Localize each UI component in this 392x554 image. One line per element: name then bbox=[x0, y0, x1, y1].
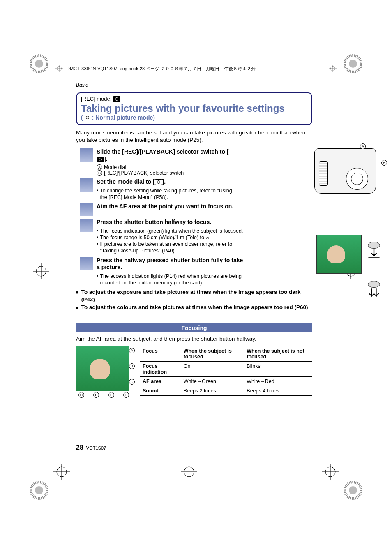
focus-row-label: AF area bbox=[140, 376, 181, 386]
print-rosette bbox=[29, 53, 49, 74]
svg-point-3 bbox=[349, 60, 357, 68]
step-5-bullet: The access indication lights (P14) red w… bbox=[100, 273, 244, 286]
svg-point-5 bbox=[35, 486, 43, 494]
focus-label-b: B bbox=[129, 363, 135, 369]
print-rosette bbox=[343, 53, 363, 74]
focus-cell: White→Green bbox=[181, 376, 244, 386]
focus-row-label: Sound bbox=[140, 386, 181, 395]
focus-row-label: Focus indication bbox=[140, 361, 181, 376]
step-marker bbox=[80, 219, 93, 232]
focus-label-a: A bbox=[129, 348, 135, 353]
step-1: Slide the [REC]/[PLAYBACK] selector swit… bbox=[76, 148, 312, 176]
svg-point-31 bbox=[368, 281, 380, 288]
step-2: Set the mode dial to []. To change the s… bbox=[76, 178, 312, 201]
focus-label-c: C bbox=[129, 379, 135, 385]
step-2-title: Set the mode dial to []. bbox=[97, 178, 166, 185]
full-press-icon bbox=[364, 280, 384, 300]
label-a-icon: A bbox=[97, 164, 102, 170]
focus-cell: Beeps 4 times bbox=[244, 386, 312, 395]
page-subtitle: ( : Normal picture mode) bbox=[81, 114, 307, 121]
focus-label-f: F bbox=[108, 392, 114, 398]
step-4-bullet: The focus range is 50 cm (Wide)/1 m (Tel… bbox=[100, 234, 210, 241]
camera-diagram: A B bbox=[314, 148, 382, 194]
step-4-bullet: The focus indication (green) lights when… bbox=[100, 228, 243, 234]
step-1-title: Slide the [REC]/[PLAYBACK] selector swit… bbox=[97, 148, 229, 162]
page-footer: 28 VQT1S07 bbox=[76, 444, 106, 451]
focus-table: Focus When the subject is focused When t… bbox=[140, 346, 312, 396]
print-rosette bbox=[343, 480, 363, 501]
focus-cell: On bbox=[181, 361, 244, 376]
note-2: To adjust the colours and take pictures … bbox=[81, 304, 308, 311]
registration-mark-icon bbox=[33, 263, 49, 279]
camera-icon bbox=[97, 157, 104, 162]
focusing-heading: Focusing bbox=[76, 323, 312, 332]
camera-icon bbox=[113, 96, 120, 102]
focus-th-3: When the subject is not focused bbox=[244, 346, 312, 361]
focus-label-e: E bbox=[93, 392, 99, 398]
label-a-text: Mode dial bbox=[104, 164, 126, 170]
camera-icon bbox=[155, 179, 162, 185]
page-number: 28 bbox=[76, 444, 83, 451]
title-box: [REC] mode: Taking pictures with your fa… bbox=[76, 92, 312, 125]
step-4-title: Press the shutter button halfway to focu… bbox=[97, 219, 211, 225]
step-2-bullet: To change the setting while taking pictu… bbox=[100, 187, 232, 201]
sample-photo bbox=[316, 235, 362, 274]
notes: To adjust the exposure and take pictures… bbox=[76, 289, 312, 311]
diagram-label-a: A bbox=[360, 143, 366, 149]
label-b-text: [REC]/[PLAYBACK] selector switch bbox=[104, 170, 184, 176]
svg-point-29 bbox=[368, 242, 380, 249]
step-4: Press the shutter button halfway to focu… bbox=[76, 219, 312, 254]
section-label: Basic bbox=[76, 82, 312, 89]
registration-mark-icon bbox=[327, 65, 339, 72]
rec-mode-label: [REC] mode: bbox=[81, 96, 111, 102]
registration-mark-icon bbox=[53, 464, 70, 480]
step-5: Press the halfway pressed shutter button… bbox=[76, 257, 312, 286]
step-5-title: Press the halfway pressed shutter button… bbox=[97, 257, 243, 271]
label-b-icon: B bbox=[97, 170, 102, 176]
intro-paragraph: Many more menu items can be set and you … bbox=[76, 129, 312, 143]
step-marker bbox=[80, 178, 93, 192]
focus-th-1: Focus bbox=[140, 346, 181, 361]
step-3-title: Aim the AF area at the point you want to… bbox=[97, 203, 233, 210]
focus-cell: Blinks bbox=[244, 361, 312, 376]
focus-cell: White→Red bbox=[244, 376, 312, 386]
focus-label-g: G bbox=[123, 392, 129, 398]
focusing-intro: Aim the AF area at the subject, and then… bbox=[76, 336, 312, 342]
svg-point-1 bbox=[35, 60, 43, 68]
step-marker bbox=[80, 203, 93, 216]
registration-mark-icon bbox=[53, 65, 65, 72]
camera-icon bbox=[84, 115, 91, 120]
half-press-icon bbox=[364, 241, 384, 261]
page-title: Taking pictures with your favourite sett… bbox=[81, 103, 307, 114]
focus-cell: Beeps 2 times bbox=[181, 386, 244, 395]
note-1: To adjust the exposure and take pictures… bbox=[81, 289, 312, 303]
step-4-bullet: If pictures are to be taken at an even c… bbox=[100, 241, 244, 254]
registration-mark-icon bbox=[322, 464, 339, 480]
step-3: Aim the AF area at the point you want to… bbox=[76, 203, 312, 216]
diagram-label-b: B bbox=[381, 160, 387, 166]
running-header: DMC-FX38GN-VQT1S07_eng.book 28 ページ ２００８年… bbox=[53, 65, 339, 72]
registration-mark-icon bbox=[181, 464, 197, 480]
running-header-text: DMC-FX38GN-VQT1S07_eng.book 28 ページ ２００８年… bbox=[65, 66, 257, 72]
focus-th-2: When the subject is focused bbox=[181, 346, 244, 361]
step-marker bbox=[80, 148, 93, 162]
doc-code: VQT1S07 bbox=[86, 446, 106, 450]
step-marker bbox=[80, 257, 93, 270]
focus-label-d: D bbox=[78, 392, 84, 398]
focus-sample-photo: A B C D E F G bbox=[76, 346, 131, 398]
print-rosette bbox=[29, 480, 49, 501]
svg-point-7 bbox=[349, 486, 357, 494]
